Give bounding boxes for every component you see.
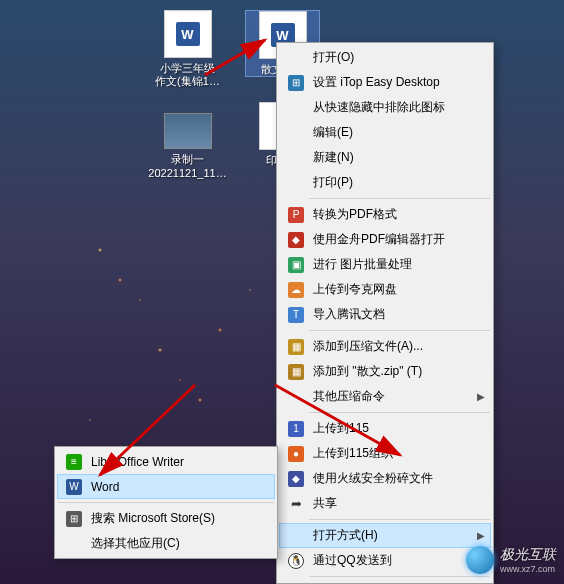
watermark-text: 极光互联: [500, 546, 556, 564]
tencent-icon: T: [288, 307, 304, 323]
menu-upload-115-org[interactable]: ●上传到115组织: [279, 441, 491, 466]
submenu-word[interactable]: WWord: [57, 474, 275, 499]
menu-upload-quark[interactable]: ☁上传到夸克网盘: [279, 277, 491, 302]
context-menu-open-with[interactable]: ≡LibreOffice Writer WWord ⊞搜索 Microsoft …: [54, 446, 278, 559]
menu-separator: [309, 330, 490, 331]
menu-open[interactable]: 打开(O): [279, 45, 491, 70]
menu-print[interactable]: 打印(P): [279, 170, 491, 195]
chevron-right-icon: ▶: [477, 391, 485, 402]
menu-edit[interactable]: 编辑(E): [279, 120, 491, 145]
share-icon: ➦: [288, 496, 304, 512]
file-label: 录制一 20221121_11…: [148, 153, 226, 179]
image-batch-icon: ▣: [288, 257, 304, 273]
menu-add-zip[interactable]: ▦添加到 "散文.zip" (T): [279, 359, 491, 384]
file-label: 小学三年级 作文(集锦1…: [155, 62, 220, 88]
submenu-libreoffice[interactable]: ≡LibreOffice Writer: [57, 449, 275, 474]
quark-icon: ☁: [288, 282, 304, 298]
ms-store-icon: ⊞: [66, 511, 82, 527]
context-menu-main[interactable]: 打开(O) ⊞设置 iTop Easy Desktop 从快速隐藏中排除此图标 …: [276, 42, 494, 584]
menu-separator: [309, 519, 490, 520]
itop-icon: ⊞: [288, 75, 304, 91]
menu-pdf-editor[interactable]: ◆使用金舟PDF编辑器打开: [279, 227, 491, 252]
menu-separator: [309, 198, 490, 199]
huorong-icon: ◆: [288, 471, 304, 487]
watermark-logo-icon: [466, 546, 494, 574]
menu-huorong-shred[interactable]: ◆使用火绒安全粉碎文件: [279, 466, 491, 491]
submenu-ms-store[interactable]: ⊞搜索 Microsoft Store(S): [57, 506, 275, 531]
menu-restore-previous[interactable]: 还原以前的版本(V): [279, 580, 491, 584]
word-icon: W: [176, 22, 200, 46]
pdf-editor-icon: ◆: [288, 232, 304, 248]
image-thumb: [164, 113, 212, 149]
menu-exclude-hide[interactable]: 从快速隐藏中排除此图标: [279, 95, 491, 120]
menu-separator: [309, 412, 490, 413]
menu-add-archive[interactable]: ▦添加到压缩文件(A)...: [279, 334, 491, 359]
libreoffice-icon: ≡: [66, 454, 82, 470]
submenu-choose-other[interactable]: 选择其他应用(C): [57, 531, 275, 556]
menu-new[interactable]: 新建(N): [279, 145, 491, 170]
menu-upload-115[interactable]: 1上传到115: [279, 416, 491, 441]
menu-send-qq[interactable]: 🐧通过QQ发送到: [279, 548, 491, 573]
watermark: 极光互联 www.xz7.com: [466, 546, 556, 574]
menu-separator: [58, 502, 274, 503]
115-icon: 1: [288, 421, 304, 437]
word-icon: W: [66, 479, 82, 495]
menu-itop[interactable]: ⊞设置 iTop Easy Desktop: [279, 70, 491, 95]
menu-share[interactable]: ➦共享: [279, 491, 491, 516]
zip-icon: ▦: [288, 339, 304, 355]
menu-separator: [309, 576, 490, 577]
file-icon-image[interactable]: 录制一 20221121_11…: [150, 113, 225, 179]
menu-to-pdf[interactable]: P转换为PDF格式: [279, 202, 491, 227]
qq-icon: 🐧: [288, 553, 304, 569]
115-org-icon: ●: [288, 446, 304, 462]
file-icon-word-1[interactable]: W 小学三年级 作文(集锦1…: [150, 10, 225, 88]
menu-open-with[interactable]: 打开方式(H)▶: [279, 523, 491, 548]
chevron-right-icon: ▶: [477, 530, 485, 541]
pdf-icon: P: [288, 207, 304, 223]
menu-batch-image[interactable]: ▣进行 图片批量处理: [279, 252, 491, 277]
zip-icon: ▦: [288, 364, 304, 380]
watermark-url: www.xz7.com: [500, 564, 556, 574]
menu-tencent-docs[interactable]: T导入腾讯文档: [279, 302, 491, 327]
menu-other-compress[interactable]: 其他压缩命令▶: [279, 384, 491, 409]
